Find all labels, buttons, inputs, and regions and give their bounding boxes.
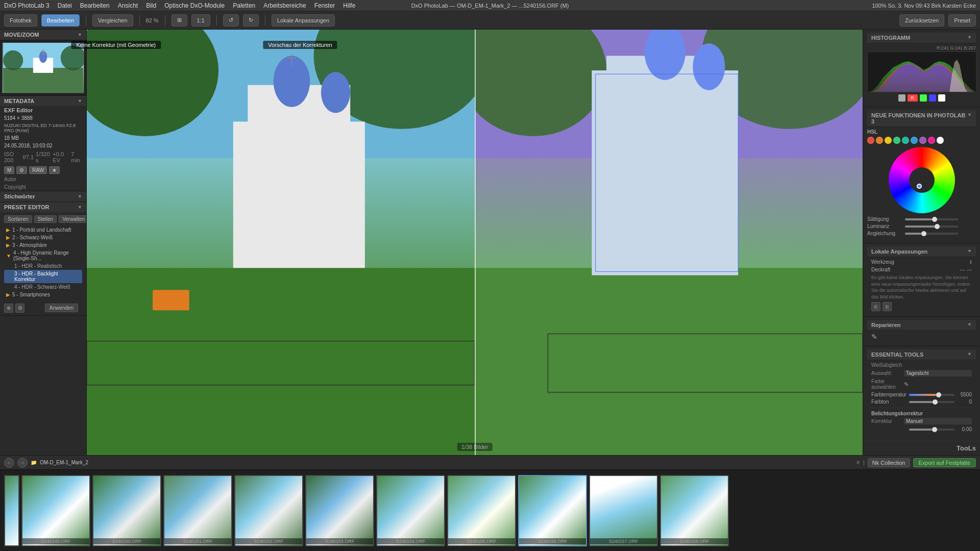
local-adj-expand[interactable]: ▼ bbox=[967, 248, 972, 255]
swatch-pink[interactable] bbox=[928, 137, 935, 144]
preset-folder-1[interactable]: ▶ 1 - Porträt und Landschaft bbox=[4, 226, 82, 234]
swatch-white[interactable] bbox=[937, 137, 944, 144]
film-thumb-10[interactable]: S240158.ORF bbox=[660, 475, 729, 546]
nk-collection-btn[interactable]: Nk Collection bbox=[868, 458, 910, 467]
prev-btn[interactable]: ← bbox=[4, 458, 14, 468]
film-thumb-5[interactable]: S240153.ORF bbox=[305, 475, 374, 546]
hist-ch-all[interactable] bbox=[898, 94, 905, 102]
center-image-area[interactable]: 1/38 Bilder bbox=[87, 30, 863, 455]
menu-ansicht[interactable]: Ansicht bbox=[118, 2, 138, 9]
preset-editor-header[interactable]: PRESET EDITOR ▼ bbox=[0, 202, 86, 212]
menu-paletten[interactable]: Paletten bbox=[233, 2, 255, 9]
filmstrip-collapse[interactable]: | bbox=[863, 460, 865, 465]
fotothek-tab[interactable]: Fotothek bbox=[4, 14, 37, 27]
menu-arbeitsbereiche[interactable]: Arbeitsbereiche bbox=[263, 2, 306, 9]
slider-sattigung-track[interactable] bbox=[905, 218, 959, 220]
apply-btn[interactable]: Anwenden bbox=[45, 304, 78, 312]
film-thumb-9[interactable]: S240157.ORF bbox=[589, 475, 658, 546]
korrektur-value[interactable]: Manuel bbox=[904, 418, 972, 424]
preset-folder-5[interactable]: ▶ 5 - Smartphones bbox=[4, 291, 82, 298]
slider-luminanz-thumb[interactable] bbox=[935, 224, 940, 229]
farbtemp-track[interactable] bbox=[909, 394, 954, 396]
new-features-expand[interactable]: ▼ bbox=[967, 112, 972, 124]
menu-optische[interactable]: Optische DxO-Module bbox=[164, 2, 225, 9]
rotate-left-btn[interactable]: ↺ bbox=[223, 14, 239, 27]
swatch-orange[interactable] bbox=[876, 137, 883, 144]
move-zoom-header[interactable]: MOVE/ZOOM ▼ bbox=[0, 30, 86, 40]
farbton-thumb[interactable] bbox=[933, 399, 938, 405]
local-copy-icon[interactable]: ⎘ bbox=[871, 302, 880, 311]
hist-ch-b[interactable] bbox=[929, 94, 936, 102]
back-btn[interactable]: Zurücksetzen bbox=[899, 14, 944, 27]
film-thumb-8[interactable]: S240156.ORF bbox=[518, 475, 587, 546]
film-thumb-partial[interactable] bbox=[4, 475, 19, 546]
hist-ch-r[interactable]: R bbox=[908, 94, 918, 102]
swatch-yellow[interactable] bbox=[885, 137, 892, 144]
sticker-m[interactable]: M bbox=[4, 166, 14, 174]
swatch-purple[interactable] bbox=[919, 137, 926, 144]
film-thumb-3[interactable]: S240151.ORF bbox=[163, 475, 232, 546]
repair-expand[interactable]: ▼ bbox=[967, 322, 972, 328]
sticker-star[interactable]: ★ bbox=[49, 166, 60, 174]
preset-folder-4[interactable]: ▼ 4 - High Dynamic Range (Single-Sh... bbox=[4, 249, 82, 262]
color-wheel[interactable] bbox=[889, 147, 955, 213]
film-thumb-2[interactable]: S240150.ORF bbox=[92, 475, 161, 546]
close-filmstrip-btn[interactable]: ✕ bbox=[856, 460, 860, 465]
exposure-thumb[interactable] bbox=[932, 427, 937, 432]
menu-hilfe[interactable]: Hilfe bbox=[343, 2, 355, 9]
rotate-right-btn[interactable]: ↻ bbox=[243, 14, 259, 27]
next-btn[interactable]: → bbox=[17, 458, 28, 468]
preset-item-1[interactable]: 1 - HDR - Realistisch bbox=[4, 262, 82, 270]
wb-auswahl-value[interactable]: Tageslicht bbox=[904, 370, 972, 377]
split-divider[interactable] bbox=[475, 30, 476, 455]
preset-btn[interactable]: Preset bbox=[948, 14, 976, 27]
menu-datei[interactable]: Datei bbox=[58, 2, 72, 9]
sticker-settings[interactable]: ⚙ bbox=[16, 166, 27, 174]
hist-ch-g[interactable] bbox=[920, 94, 927, 102]
slider-angleichung-thumb[interactable] bbox=[921, 231, 926, 236]
compare-btn[interactable]: Vergleichen bbox=[92, 14, 133, 27]
swatch-blue[interactable] bbox=[911, 137, 918, 144]
film-thumb-1[interactable]: S240149.ORF bbox=[21, 475, 90, 546]
preset-item-2[interactable]: 3 - HDR - Backlight Korrektur bbox=[4, 270, 82, 283]
preset-folder-3[interactable]: ▶ 3 - Atmosphäre bbox=[4, 241, 82, 249]
slider-sattigung-thumb[interactable] bbox=[932, 217, 937, 222]
essential-tools-expand[interactable]: ▼ bbox=[967, 352, 972, 358]
sortieren-btn[interactable]: Sortieren bbox=[4, 215, 32, 223]
film-thumb-6[interactable]: S240154.ORF bbox=[376, 475, 445, 546]
wheel-cursor[interactable] bbox=[917, 184, 922, 189]
slider-angleichung-track[interactable] bbox=[905, 233, 959, 235]
exposure-track[interactable] bbox=[909, 429, 954, 431]
metadata-header[interactable]: METADATA ▼ bbox=[0, 96, 86, 106]
eyedropper-icon[interactable]: ✎ bbox=[904, 381, 909, 388]
swatch-teal[interactable] bbox=[902, 137, 909, 144]
histogram-expand[interactable]: ▼ bbox=[967, 35, 972, 41]
werkzeug-info-icon[interactable]: ℹ bbox=[970, 259, 972, 265]
hist-ch-l[interactable] bbox=[938, 94, 945, 102]
repair-icon[interactable]: ✎ bbox=[871, 333, 877, 341]
sticker-raw[interactable]: RAW bbox=[29, 166, 47, 174]
film-thumb-4[interactable]: S240152.ORF bbox=[234, 475, 303, 546]
film-thumb-7[interactable]: S240155.ORF bbox=[447, 475, 516, 546]
preset-icon-2[interactable]: ⚙ bbox=[15, 304, 24, 313]
export-btn[interactable]: Export auf Festplatte bbox=[913, 458, 976, 467]
swatch-red[interactable] bbox=[867, 137, 874, 144]
slider-luminanz-track[interactable] bbox=[905, 226, 959, 228]
local-adjustments-btn[interactable]: Lokale Anpassungen bbox=[272, 14, 335, 27]
color-wheel-container[interactable] bbox=[867, 147, 976, 213]
preset-icon-1[interactable]: ⊕ bbox=[4, 304, 13, 313]
preset-item-3[interactable]: 4 - HDR - Schwarz-Weiß bbox=[4, 283, 82, 291]
stichworter-header[interactable]: Stichwörter ▼ bbox=[0, 191, 86, 202]
menu-bild[interactable]: Bild bbox=[146, 2, 156, 9]
preset-folder-2[interactable]: ▶ 2 - Schwarz-Weiß bbox=[4, 234, 82, 241]
local-paste-icon[interactable]: ⎗ bbox=[883, 302, 892, 311]
menu-fenster[interactable]: Fenster bbox=[314, 2, 335, 9]
verwalten-btn[interactable]: Verwalten bbox=[59, 215, 87, 223]
bearbeiten-tab[interactable]: Bearbeiten bbox=[41, 14, 80, 27]
farbtemp-thumb[interactable] bbox=[936, 392, 941, 397]
stellen-btn[interactable]: Stellen bbox=[34, 215, 57, 223]
farbton-track[interactable] bbox=[909, 401, 954, 403]
zoom-100-btn[interactable]: 1:1 bbox=[191, 14, 210, 27]
menu-bearbeiten[interactable]: Bearbeiten bbox=[80, 2, 110, 9]
zoom-fit-btn[interactable]: ⊞ bbox=[172, 14, 187, 27]
